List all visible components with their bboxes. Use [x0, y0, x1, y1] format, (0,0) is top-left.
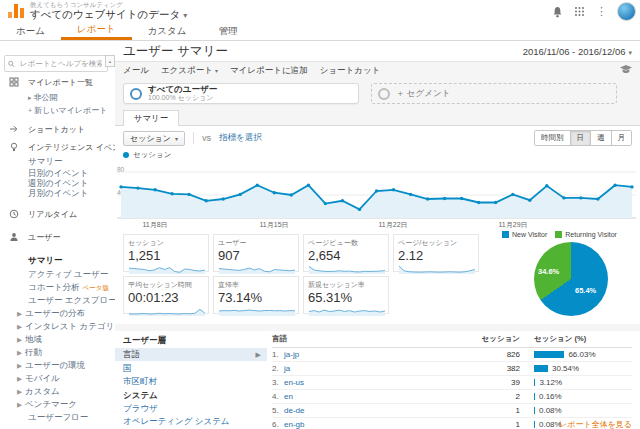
legend-swatch-new-visitor: [502, 231, 509, 238]
metric-title: 平均セッション時間: [128, 280, 204, 290]
chevron-right-icon: ▶: [17, 336, 22, 343]
menu-item-language[interactable]: 言語▶: [115, 348, 267, 361]
table-row[interactable]: 1.ja-jp82666.03%: [272, 348, 632, 362]
tab-custom[interactable]: カスタム: [132, 22, 203, 40]
sessions-percent: 0.16%: [520, 392, 632, 401]
apps-grid-icon[interactable]: [573, 5, 586, 18]
shortcut-button[interactable]: ショートカット: [320, 65, 381, 77]
segment-circle-icon: [378, 88, 390, 100]
sidebar-item-monthly-events[interactable]: 月別のイベント: [0, 187, 115, 200]
metric-card-users[interactable]: ユーザー 907: [213, 234, 299, 272]
tab-admin[interactable]: 管理: [203, 22, 254, 40]
chevron-right-icon: ▶: [17, 388, 22, 395]
language-link[interactable]: de-de: [284, 406, 472, 415]
sidebar-item-label: ユーザー エクスプローラ: [28, 295, 115, 305]
sidebar-item-label: コホート分析: [28, 282, 80, 292]
table-row[interactable]: 2.ja38230.54%: [272, 362, 632, 376]
select-metric-link[interactable]: 指標を選択: [219, 132, 262, 144]
date-range-selector[interactable]: 2016/11/06 - 2016/12/06▾: [523, 46, 632, 57]
menu-item-os[interactable]: オペレーティング システム: [115, 415, 267, 428]
sidebar-item-shortcuts[interactable]: ショートカット: [0, 123, 115, 136]
granularity-hourly-button[interactable]: 時間別: [535, 131, 570, 145]
sidebar-item-technology[interactable]: ▶ユーザーの環境: [0, 359, 115, 372]
sidebar-item-behavior[interactable]: ▶行動: [0, 346, 115, 359]
property-selector[interactable]: すべてのウェブサイトのデータ▾: [30, 8, 187, 22]
shortcuts-icon: [9, 124, 19, 138]
table-row[interactable]: 3.en-us393.12%: [272, 376, 632, 390]
language-link[interactable]: ja: [284, 364, 472, 373]
metric-title: ページビュー数: [308, 238, 384, 248]
menu-header-system: システム: [115, 389, 267, 402]
language-link[interactable]: en-gb: [284, 420, 472, 429]
sidebar-item-label: 地域: [25, 334, 42, 344]
education-icon[interactable]: [620, 65, 632, 76]
add-segment-button[interactable]: ＋ セグメント: [371, 83, 617, 104]
table-row[interactable]: 4.en20.16%: [272, 390, 632, 404]
sidebar-item-user-explorer[interactable]: ユーザー エクスプローラ: [0, 294, 115, 307]
segment-all-users[interactable]: すべてのユーザー 100.00% セッション: [123, 83, 359, 104]
export-button[interactable]: エクスポート▾: [161, 65, 218, 77]
sidebar-item-geo[interactable]: ▶地域: [0, 333, 115, 346]
sidebar-item-custom[interactable]: ▶カスタム: [0, 385, 115, 398]
sessions-percent: 0.08%: [520, 406, 632, 415]
sidebar-item-interests[interactable]: ▶インタレスト カテゴリ: [0, 320, 115, 333]
menu-item-city[interactable]: 市区町村: [115, 375, 267, 388]
column-header-language[interactable]: 言語: [272, 334, 460, 344]
menu-header-demographics: ユーザー層: [115, 334, 267, 347]
granularity-day-button[interactable]: 日: [570, 131, 591, 145]
realtime-icon: [9, 209, 19, 223]
menu-item-country[interactable]: 国: [115, 362, 267, 375]
sidebar-item-label: ベンチマーク: [25, 399, 77, 409]
sidebar-item-dashboards[interactable]: マイレポート一覧: [0, 76, 115, 89]
sidebar-search[interactable]: [4, 55, 108, 72]
menu-item-label: 言語: [123, 349, 140, 359]
report-header: ユーザー サマリー 2016/11/06 - 2016/12/06▾: [115, 41, 640, 62]
column-header-sessions[interactable]: セッション: [460, 334, 520, 344]
search-input[interactable]: [18, 58, 104, 69]
sidebar-item-users-flow[interactable]: ユーザーフロー: [0, 411, 115, 424]
sparkline-chart: [308, 305, 386, 317]
metric-card-bounce-rate[interactable]: 直帰率 73.14%: [213, 276, 299, 314]
add-to-dashboard-button[interactable]: マイレポートに追加: [230, 65, 308, 77]
metric-card-sessions[interactable]: セッション 1,251: [123, 234, 209, 272]
table-row[interactable]: 5.de-de10.08%: [272, 404, 632, 418]
language-link[interactable]: en: [284, 392, 472, 401]
sparkline-chart: [128, 305, 206, 317]
metric-card-new-sessions[interactable]: 新規セッション率 65.31%: [303, 276, 389, 314]
avatar[interactable]: [617, 2, 636, 21]
sidebar-item-audience[interactable]: ユーザー: [0, 231, 115, 244]
granularity-week-button[interactable]: 週: [590, 131, 611, 145]
tab-summary[interactable]: サマリー: [123, 110, 179, 126]
metric-select[interactable]: セッション▾: [123, 131, 185, 146]
row-rank: 1.: [272, 350, 284, 359]
sidebar-item-new-dashboard[interactable]: +新しいマイレポート: [0, 104, 115, 117]
sidebar-item-benchmarking[interactable]: ▶ベンチマーク: [0, 398, 115, 411]
metric-value: 73.14%: [218, 291, 294, 304]
sidebar-item-label: アクティブ ユーザー: [28, 269, 108, 279]
sidebar-item-mobile[interactable]: ▶モバイル: [0, 372, 115, 385]
language-link[interactable]: ja-jp: [284, 350, 472, 359]
sidebar-item-audience-summary[interactable]: サマリー: [0, 254, 115, 267]
email-button[interactable]: メール: [123, 65, 149, 77]
tab-home[interactable]: ホーム: [0, 22, 61, 40]
tab-reports[interactable]: レポート: [61, 22, 132, 40]
language-link[interactable]: en-us: [284, 378, 472, 387]
sidebar-item-intelligence[interactable]: インテリジェンス イベント: [0, 141, 115, 154]
view-full-report-link[interactable]: レポート全体を見る: [559, 419, 632, 429]
sidebar-collapse-icon[interactable]: ▴: [105, 55, 115, 67]
menu-item-browser[interactable]: ブラウザ: [115, 402, 267, 415]
granularity-month-button[interactable]: 月: [611, 131, 632, 145]
row-rank: 2.: [272, 364, 284, 373]
notifications-bell-icon[interactable]: [551, 5, 564, 18]
sidebar-item-cohort-analysis[interactable]: コホート分析ベータ版: [0, 281, 115, 294]
metric-card-pages-per-session[interactable]: ページ/セッション 2.12: [393, 234, 479, 272]
metric-card-avg-duration[interactable]: 平均セッション時間 00:01:23: [123, 276, 209, 314]
column-header-sessions-pct[interactable]: セッション (%): [520, 334, 632, 344]
sidebar-item-label: サマリー: [28, 156, 63, 166]
sidebar-item-active-users[interactable]: アクティブ ユーザー: [0, 268, 115, 281]
metric-card-pageviews[interactable]: ページビュー数 2,654: [303, 234, 389, 272]
sidebar-item-private[interactable]: ▸非公開: [0, 91, 115, 104]
sidebar-item-demographics[interactable]: ▶ユーザーの分布: [0, 307, 115, 320]
sidebar-item-realtime[interactable]: リアルタイム: [0, 208, 115, 221]
overflow-menu-icon[interactable]: ⋮: [595, 5, 608, 18]
